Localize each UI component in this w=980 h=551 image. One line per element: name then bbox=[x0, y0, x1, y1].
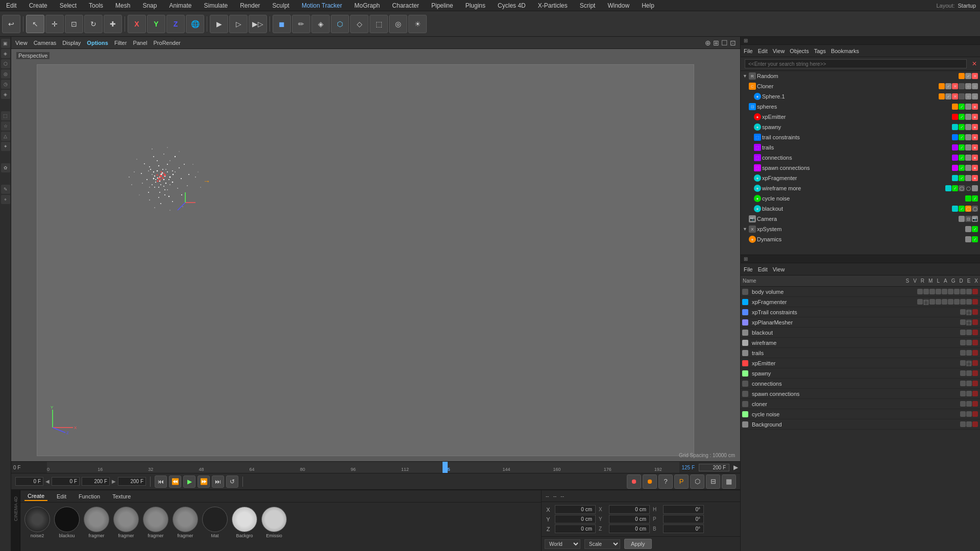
tag1-spawny[interactable] bbox=[965, 124, 971, 130]
vis-connections[interactable]: ✓ bbox=[959, 155, 965, 161]
coord-y2-input[interactable] bbox=[609, 515, 650, 523]
mm-dot-x6[interactable] bbox=[972, 340, 978, 345]
mograph-button[interactable]: ⬡ bbox=[331, 15, 349, 33]
color-sphere1[interactable] bbox=[939, 93, 945, 99]
record-button[interactable]: ⏺ bbox=[627, 474, 641, 489]
om-menu-bookmarks[interactable]: Bookmarks bbox=[831, 48, 859, 54]
field-button[interactable]: ⬚ bbox=[370, 15, 388, 33]
color-spawn-connections[interactable] bbox=[952, 165, 958, 171]
frame-start-input[interactable] bbox=[15, 477, 43, 486]
tag1-connections[interactable] bbox=[965, 155, 971, 161]
tag2-blackout[interactable]: ◯ bbox=[972, 206, 978, 212]
viewport-tab-display[interactable]: Display bbox=[62, 40, 81, 46]
om-item-spheres[interactable]: ▼ ⊡ spheres ✓ ● bbox=[741, 102, 980, 112]
tag1-sphere1[interactable] bbox=[959, 93, 965, 99]
mat-bg[interactable]: Backgro bbox=[232, 507, 257, 547]
menu-item-select[interactable]: Select bbox=[58, 1, 79, 10]
mat-emission[interactable]: Emissio bbox=[261, 507, 287, 547]
timeline-ruler[interactable]: 0 16 32 48 64 80 96 112 125 144 160 176 … bbox=[47, 462, 679, 473]
ms-tab-create[interactable]: Create bbox=[24, 492, 47, 501]
expand-random[interactable]: ▼ bbox=[743, 73, 748, 79]
expand-xpsystem[interactable]: ▼ bbox=[743, 227, 748, 232]
mm-dot-a2[interactable] bbox=[948, 299, 953, 305]
menu-item-animate[interactable]: Animate bbox=[167, 1, 193, 10]
mm-dot-v6[interactable] bbox=[966, 340, 972, 345]
coord-h-input[interactable] bbox=[663, 505, 704, 514]
mm-dot-s14[interactable] bbox=[960, 421, 966, 427]
tag2-xpemitter[interactable]: ● bbox=[972, 114, 978, 120]
mm-dot-a1[interactable] bbox=[948, 289, 953, 294]
mm-dot-v8[interactable]: ⬚ bbox=[966, 360, 972, 366]
auto-key-button[interactable]: ⏺ bbox=[643, 474, 657, 489]
mm-dot-x14[interactable] bbox=[972, 421, 978, 427]
om-item-sphere1[interactable]: ● Sphere.1 ✓ ✕ ○ ○ bbox=[741, 91, 980, 102]
om-item-wireframe-more[interactable]: ● wireframe more ✓ ◯ ◯ bbox=[741, 183, 980, 193]
mm-menu-edit[interactable]: Edit bbox=[758, 266, 768, 272]
mm-dot-x13[interactable] bbox=[972, 411, 978, 417]
mm-dot-v7[interactable] bbox=[966, 350, 972, 356]
tag1-cloner[interactable] bbox=[959, 83, 965, 89]
mm-dot-s8[interactable] bbox=[960, 360, 966, 366]
mat-blackout[interactable]: blackou bbox=[54, 507, 80, 547]
mm-dot-v1[interactable] bbox=[923, 289, 929, 294]
tag1-wireframe-more[interactable]: ◯ bbox=[959, 185, 965, 191]
mm-dot-x8[interactable] bbox=[972, 360, 978, 366]
mm-dot-d1[interactable] bbox=[960, 289, 966, 294]
mm-row-xpplanar[interactable]: xpPlanarMesher ⬚ bbox=[741, 317, 980, 328]
mm-row-background[interactable]: Background bbox=[741, 419, 980, 430]
mat-mat[interactable]: Mat bbox=[202, 507, 228, 547]
light-button[interactable]: ☀ bbox=[408, 15, 427, 33]
color-wireframe-more[interactable] bbox=[945, 185, 951, 191]
menu-item-edit[interactable]: Edit bbox=[4, 1, 19, 10]
left-tool-9[interactable]: △ bbox=[1, 132, 10, 141]
om-item-cycle-noise[interactable]: ● cycle noise ✓ bbox=[741, 193, 980, 204]
mat-fragmer1[interactable]: fragmer bbox=[84, 507, 109, 547]
x-axis-button[interactable]: X bbox=[128, 15, 146, 33]
left-tool-1[interactable]: ▣ bbox=[1, 39, 10, 48]
ms-tab-function[interactable]: Function bbox=[76, 492, 103, 500]
vis-spheres[interactable]: ✓ bbox=[959, 104, 965, 110]
mm-row-body-volume[interactable]: body volume bbox=[741, 287, 980, 297]
coord-apply-button[interactable]: Apply bbox=[624, 539, 652, 549]
mm-dot-x3[interactable] bbox=[972, 309, 978, 315]
color-trails[interactable] bbox=[952, 144, 958, 151]
menu-item-tools[interactable]: Tools bbox=[87, 1, 105, 10]
om-item-camera[interactable]: 📷 Camera ⊡ 📷 bbox=[741, 214, 980, 224]
menu-item-motion-tracker[interactable]: Motion Tracker bbox=[300, 1, 344, 10]
mm-dot-s1[interactable] bbox=[917, 289, 923, 294]
inverse-kine-button[interactable]: P bbox=[674, 474, 689, 489]
left-tool-8[interactable]: ☆ bbox=[1, 121, 10, 131]
color-spheres[interactable] bbox=[952, 104, 958, 110]
menu-item-cycles[interactable]: Cycles 4D bbox=[496, 1, 528, 10]
mm-dot-v9[interactable] bbox=[966, 370, 972, 376]
rotate-tool-button[interactable]: ↻ bbox=[84, 15, 103, 33]
om-item-random[interactable]: ▼ R Random ✓ ✕ bbox=[741, 71, 980, 81]
dope-sheet-button[interactable]: ▦ bbox=[722, 474, 736, 489]
deformer-button[interactable]: ◇ bbox=[350, 15, 369, 33]
vis-xpemitter[interactable]: ✓ bbox=[959, 114, 965, 120]
mm-dot-s2[interactable] bbox=[917, 299, 923, 305]
viewport-icon-4[interactable]: ⊡ bbox=[730, 39, 736, 47]
mm-dot-x9[interactable] bbox=[972, 370, 978, 376]
coord-mode-select[interactable]: Scale bbox=[584, 539, 620, 549]
key-button[interactable]: ⊟ bbox=[706, 474, 720, 489]
mm-dot-v12[interactable] bbox=[966, 401, 972, 407]
tag2-spawn-connections[interactable]: ● bbox=[972, 165, 978, 171]
lock-sphere1[interactable]: ✕ bbox=[952, 93, 958, 99]
frame-end2-input[interactable] bbox=[118, 477, 146, 486]
tag3-sphere1[interactable]: ○ bbox=[972, 93, 978, 99]
tag-camera[interactable]: 📷 bbox=[972, 216, 978, 222]
mm-dot-x2[interactable] bbox=[972, 299, 978, 305]
left-tool-4[interactable]: ◎ bbox=[1, 69, 10, 79]
tag2-trail-constraints[interactable]: ● bbox=[972, 134, 978, 140]
mat-noise2[interactable]: noise2 bbox=[24, 507, 50, 547]
menu-item-character[interactable]: Character bbox=[390, 1, 421, 10]
timeline[interactable]: 0 F 0 16 32 48 64 80 96 112 125 144 160 … bbox=[11, 461, 740, 473]
viewport-tab-view[interactable]: View bbox=[15, 40, 28, 46]
mm-dot-x1[interactable] bbox=[972, 289, 978, 294]
tag1-xpfragmenter[interactable] bbox=[965, 175, 971, 181]
om-menu-objects[interactable]: Objects bbox=[790, 48, 808, 54]
color-xpfragmenter[interactable] bbox=[952, 175, 958, 181]
vis-sphere1[interactable]: ✓ bbox=[945, 93, 951, 99]
menu-item-create[interactable]: Create bbox=[27, 1, 50, 10]
